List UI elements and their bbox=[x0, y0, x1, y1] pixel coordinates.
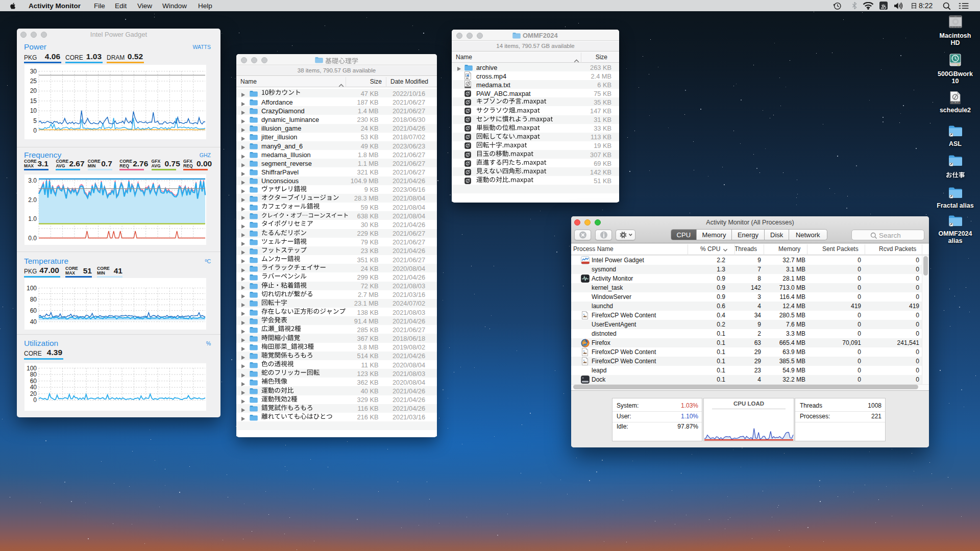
svg-text:1.0: 1.0 bbox=[28, 215, 37, 222]
svg-text:0: 0 bbox=[33, 396, 37, 404]
svg-text:25: 25 bbox=[30, 78, 37, 85]
svg-text:40: 40 bbox=[30, 318, 37, 325]
svg-text:10: 10 bbox=[30, 107, 37, 114]
svg-text:3.0: 3.0 bbox=[28, 177, 37, 184]
svg-text:80: 80 bbox=[30, 296, 37, 303]
svg-text:30: 30 bbox=[30, 68, 37, 75]
svg-text:0: 0 bbox=[33, 127, 37, 134]
svg-text:60: 60 bbox=[30, 307, 37, 314]
svg-text:15: 15 bbox=[30, 97, 37, 105]
svg-text:0.0: 0.0 bbox=[28, 235, 37, 242]
svg-text:100: 100 bbox=[27, 285, 37, 292]
svg-text:5: 5 bbox=[33, 117, 37, 124]
svg-text:20: 20 bbox=[30, 87, 37, 94]
svg-text:T E X T: T E X T bbox=[953, 102, 960, 104]
svg-text:2.0: 2.0 bbox=[28, 196, 37, 204]
